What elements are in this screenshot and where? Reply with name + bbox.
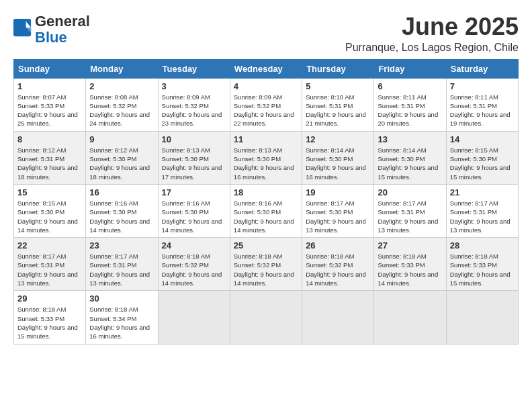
day-number: 6 [378,81,442,91]
day-info: Sunrise: 8:14 AMSunset: 5:30 PMDaylight:… [378,146,442,181]
table-row: 23Sunrise: 8:17 AMSunset: 5:31 PMDayligh… [86,238,158,291]
table-row: 12Sunrise: 8:14 AMSunset: 5:30 PMDayligh… [302,131,374,184]
day-info: Sunrise: 8:10 AMSunset: 5:31 PMDaylight:… [306,93,370,128]
table-row: 18Sunrise: 8:16 AMSunset: 5:30 PMDayligh… [230,184,302,237]
table-row: 15Sunrise: 8:15 AMSunset: 5:30 PMDayligh… [14,184,86,237]
calendar-week-row: 22Sunrise: 8:17 AMSunset: 5:31 PMDayligh… [14,238,519,291]
table-row: 5Sunrise: 8:10 AMSunset: 5:31 PMDaylight… [302,78,374,131]
table-row: 19Sunrise: 8:17 AMSunset: 5:30 PMDayligh… [302,184,374,237]
day-info: Sunrise: 8:18 AMSunset: 5:33 PMDaylight:… [378,252,442,287]
day-number: 25 [234,240,298,250]
table-row: 17Sunrise: 8:16 AMSunset: 5:30 PMDayligh… [158,184,230,237]
calendar-week-row: 1Sunrise: 8:07 AMSunset: 5:33 PMDaylight… [14,78,519,131]
day-info: Sunrise: 8:18 AMSunset: 5:33 PMDaylight:… [450,252,515,287]
day-info: Sunrise: 8:09 AMSunset: 5:32 PMDaylight:… [234,93,298,128]
table-row: 7Sunrise: 8:11 AMSunset: 5:31 PMDaylight… [446,78,518,131]
day-info: Sunrise: 8:16 AMSunset: 5:30 PMDaylight:… [162,199,226,234]
table-row: 3Sunrise: 8:09 AMSunset: 5:32 PMDaylight… [158,78,230,131]
day-number: 23 [89,240,154,250]
col-wednesday: Wednesday [230,59,302,78]
page-header: General Blue June 2025 Purranque, Los La… [13,13,519,54]
day-number: 14 [450,134,515,144]
day-info: Sunrise: 8:07 AMSunset: 5:33 PMDaylight:… [17,93,82,128]
table-row: 11Sunrise: 8:13 AMSunset: 5:30 PMDayligh… [230,131,302,184]
col-thursday: Thursday [302,59,374,78]
day-info: Sunrise: 8:16 AMSunset: 5:30 PMDaylight:… [234,199,298,234]
day-number: 28 [450,240,515,250]
day-info: Sunrise: 8:11 AMSunset: 5:31 PMDaylight:… [450,93,515,128]
day-number: 19 [306,187,370,197]
month-title: June 2025 [345,13,519,40]
table-row [302,291,374,344]
table-row: 13Sunrise: 8:14 AMSunset: 5:30 PMDayligh… [374,131,446,184]
table-row: 14Sunrise: 8:15 AMSunset: 5:30 PMDayligh… [446,131,518,184]
day-info: Sunrise: 8:18 AMSunset: 5:32 PMDaylight:… [234,252,298,287]
day-info: Sunrise: 8:18 AMSunset: 5:33 PMDaylight:… [17,305,82,340]
day-number: 12 [306,134,370,144]
day-info: Sunrise: 8:18 AMSunset: 5:32 PMDaylight:… [162,252,226,287]
table-row: 26Sunrise: 8:18 AMSunset: 5:32 PMDayligh… [302,238,374,291]
logo-general: General [35,13,90,30]
day-info: Sunrise: 8:13 AMSunset: 5:30 PMDaylight:… [234,146,298,181]
table-row: 24Sunrise: 8:18 AMSunset: 5:32 PMDayligh… [158,238,230,291]
day-number: 30 [89,293,154,304]
logo-blue: Blue [35,30,90,46]
table-row: 20Sunrise: 8:17 AMSunset: 5:31 PMDayligh… [374,184,446,237]
day-number: 20 [378,187,442,197]
calendar-week-row: 29Sunrise: 8:18 AMSunset: 5:33 PMDayligh… [14,291,519,344]
day-number: 4 [234,81,298,91]
table-row: 9Sunrise: 8:12 AMSunset: 5:30 PMDaylight… [86,131,158,184]
day-number: 18 [234,187,298,197]
day-number: 29 [17,293,82,304]
table-row: 16Sunrise: 8:16 AMSunset: 5:30 PMDayligh… [86,184,158,237]
table-row: 22Sunrise: 8:17 AMSunset: 5:31 PMDayligh… [14,238,86,291]
table-row: 10Sunrise: 8:13 AMSunset: 5:30 PMDayligh… [158,131,230,184]
day-number: 5 [306,81,370,91]
calendar-header-row: Sunday Monday Tuesday Wednesday Thursday… [14,59,519,78]
day-number: 22 [17,240,82,250]
table-row [158,291,230,344]
col-saturday: Saturday [446,59,518,78]
table-row: 29Sunrise: 8:18 AMSunset: 5:33 PMDayligh… [14,291,86,344]
day-number: 10 [162,134,226,144]
day-number: 16 [89,187,154,197]
day-number: 1 [17,81,82,91]
calendar-table: Sunday Monday Tuesday Wednesday Thursday… [13,59,519,345]
day-info: Sunrise: 8:09 AMSunset: 5:32 PMDaylight:… [162,93,226,128]
table-row: 8Sunrise: 8:12 AMSunset: 5:31 PMDaylight… [14,131,86,184]
table-row: 2Sunrise: 8:08 AMSunset: 5:32 PMDaylight… [86,78,158,131]
table-row: 25Sunrise: 8:18 AMSunset: 5:32 PMDayligh… [230,238,302,291]
calendar-week-row: 15Sunrise: 8:15 AMSunset: 5:30 PMDayligh… [14,184,519,237]
day-number: 3 [162,81,226,91]
table-row: 4Sunrise: 8:09 AMSunset: 5:32 PMDaylight… [230,78,302,131]
day-info: Sunrise: 8:14 AMSunset: 5:30 PMDaylight:… [306,146,370,181]
day-info: Sunrise: 8:17 AMSunset: 5:31 PMDaylight:… [17,252,82,287]
table-row [446,291,518,344]
table-row: 28Sunrise: 8:18 AMSunset: 5:33 PMDayligh… [446,238,518,291]
col-friday: Friday [374,59,446,78]
day-info: Sunrise: 8:15 AMSunset: 5:30 PMDaylight:… [450,146,515,181]
location: Purranque, Los Lagos Region, Chile [345,42,519,54]
day-info: Sunrise: 8:18 AMSunset: 5:32 PMDaylight:… [306,252,370,287]
calendar-week-row: 8Sunrise: 8:12 AMSunset: 5:31 PMDaylight… [14,131,519,184]
table-row: 1Sunrise: 8:07 AMSunset: 5:33 PMDaylight… [14,78,86,131]
day-info: Sunrise: 8:16 AMSunset: 5:30 PMDaylight:… [89,199,154,234]
title-block: June 2025 Purranque, Los Lagos Region, C… [345,13,519,54]
day-info: Sunrise: 8:12 AMSunset: 5:30 PMDaylight:… [89,146,154,181]
col-monday: Monday [86,59,158,78]
day-info: Sunrise: 8:17 AMSunset: 5:31 PMDaylight:… [89,252,154,287]
day-number: 8 [17,134,82,144]
day-number: 17 [162,187,226,197]
day-info: Sunrise: 8:17 AMSunset: 5:31 PMDaylight:… [378,199,442,234]
day-info: Sunrise: 8:15 AMSunset: 5:30 PMDaylight:… [17,199,82,234]
day-number: 2 [89,81,154,91]
day-info: Sunrise: 8:11 AMSunset: 5:31 PMDaylight:… [378,93,442,128]
day-info: Sunrise: 8:13 AMSunset: 5:30 PMDaylight:… [162,146,226,181]
day-info: Sunrise: 8:12 AMSunset: 5:31 PMDaylight:… [17,146,82,181]
table-row: 30Sunrise: 8:18 AMSunset: 5:34 PMDayligh… [86,291,158,344]
table-row: 21Sunrise: 8:17 AMSunset: 5:31 PMDayligh… [446,184,518,237]
day-info: Sunrise: 8:17 AMSunset: 5:31 PMDaylight:… [450,199,515,234]
table-row [374,291,446,344]
day-number: 7 [450,81,515,91]
table-row: 6Sunrise: 8:11 AMSunset: 5:31 PMDaylight… [374,78,446,131]
